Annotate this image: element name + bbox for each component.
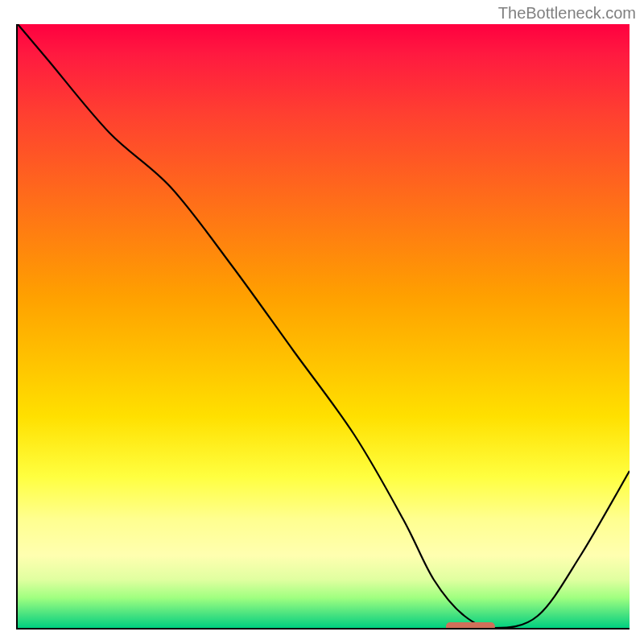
bottleneck-curve xyxy=(18,24,630,628)
plot-area xyxy=(16,24,630,630)
optimal-marker xyxy=(446,622,495,628)
chart-container: TheBottleneck.com xyxy=(0,0,644,644)
chart-svg xyxy=(18,24,630,628)
watermark-text: TheBottleneck.com xyxy=(498,4,636,23)
